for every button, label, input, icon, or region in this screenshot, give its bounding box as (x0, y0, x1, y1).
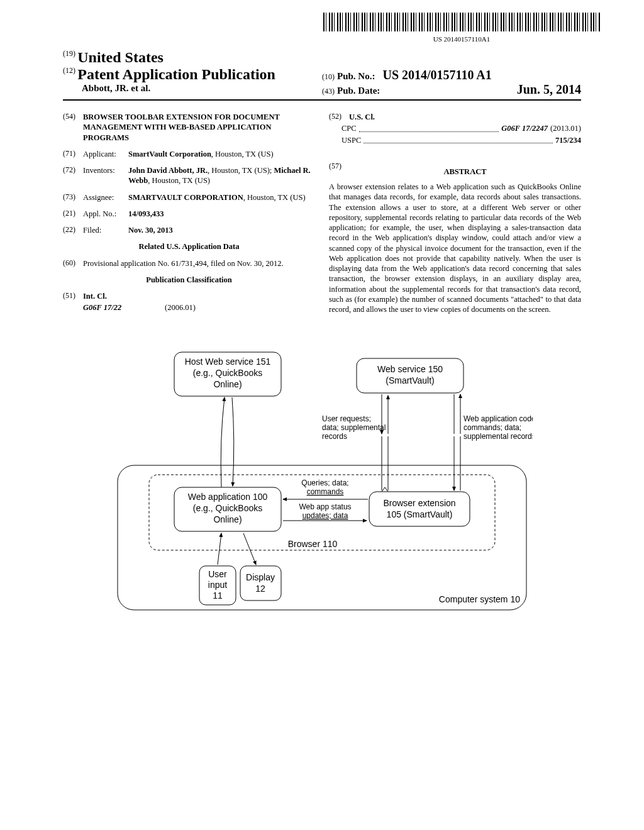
filed: Nov. 30, 2013 (128, 225, 315, 235)
uscl-label: U.S. Cl. (349, 112, 581, 122)
code-60: (60) (63, 258, 83, 268)
left-column: (54) BROWSER TOOLBAR EXTENSION FOR DOCUM… (63, 112, 315, 314)
code-21: (21) (63, 209, 83, 219)
cpc-val: G06F 17/2247 (501, 123, 548, 133)
pub-type: Patent Application Publication (77, 66, 275, 82)
code-10: (10) (322, 72, 335, 82)
provisional-text: Provisional application No. 61/731,494, … (83, 258, 315, 268)
pubno: US 2014/0157110 A1 (382, 68, 491, 82)
svg-text:Web application 100: Web application 100 (188, 492, 268, 502)
code-54: (54) (63, 112, 83, 143)
code-71: (71) (63, 149, 83, 159)
authors: Abbott, JR. et al. (63, 83, 322, 94)
svg-text:Browser extension: Browser extension (383, 498, 455, 508)
svg-text:commands; data;: commands; data; (464, 423, 521, 432)
svg-text:Host Web service 151: Host Web service 151 (185, 357, 271, 367)
related-heading: Related U.S. Application Data (63, 241, 315, 252)
dot-fill (359, 131, 499, 132)
code-72: (72) (63, 165, 83, 186)
intcl-label: Int. Cl. (83, 291, 315, 301)
body-columns: (54) BROWSER TOOLBAR EXTENSION FOR DOCUM… (63, 112, 581, 314)
applicant-label: Applicant: (83, 149, 128, 159)
intcl-year: (2006.01) (165, 302, 196, 313)
pubno-label: Pub. No.: (337, 71, 375, 82)
svg-text:Online): Online) (213, 379, 242, 389)
svg-text:(e.g., QuickBooks: (e.g., QuickBooks (193, 368, 263, 378)
abstract-heading: ABSTRACT (349, 167, 581, 177)
svg-text:User: User (208, 569, 227, 579)
code-22: (22) (63, 225, 83, 235)
abstract-body: A browser extension relates to a Web app… (329, 182, 581, 314)
filed-label: Filed: (83, 225, 128, 235)
svg-text:12: 12 (255, 584, 265, 594)
svg-text:Web app status: Web app status (299, 502, 351, 511)
svg-text:updates; data: updates; data (303, 511, 348, 520)
svg-text:Display: Display (246, 572, 275, 582)
svg-text:records: records (322, 432, 347, 441)
intcl-val: G06F 17/22 (83, 302, 165, 313)
barcode-icon (323, 13, 600, 31)
svg-text:(SmartVault): (SmartVault) (386, 375, 435, 385)
svg-text:Queries; data;: Queries; data; (301, 479, 348, 487)
code-73: (73) (63, 192, 83, 202)
code-43: (43) (322, 87, 335, 96)
svg-text:supplemental records: supplemental records (464, 432, 533, 441)
cpc-year: (2013.01) (550, 123, 581, 133)
inventors-label: Inventors: (83, 165, 128, 186)
svg-text:105 (SmartVault): 105 (SmartVault) (387, 509, 453, 519)
fig-system-label: Computer system 10 (439, 594, 520, 604)
right-column: (52) U.S. Cl. CPC G06F 17/2247 (2013.01)… (329, 112, 581, 314)
cpc-label: CPC (341, 123, 357, 133)
class-heading: Publication Classification (63, 275, 315, 285)
svg-text:User requests;: User requests; (322, 414, 371, 423)
svg-text:commands: commands (307, 487, 344, 496)
pubdate: Jun. 5, 2014 (517, 82, 581, 97)
svg-text:data; supplemental: data; supplemental (322, 423, 386, 432)
uspc-label: USPC (341, 135, 361, 145)
barcode-block: US 20140157110A1 (63, 13, 600, 44)
svg-text:input: input (208, 580, 227, 590)
applno: 14/093,433 (128, 209, 315, 219)
svg-text:Web application code;: Web application code; (464, 414, 533, 423)
svg-text:Online): Online) (213, 514, 242, 524)
assignee: SMARTVAULT CORPORATION, Houston, TX (US) (128, 192, 315, 202)
svg-text:Web service 150: Web service 150 (377, 364, 443, 374)
code-57: (57) (329, 162, 349, 182)
code-19: (19) (63, 49, 75, 58)
figure: Computer system 10 Browser 110 Host Web … (63, 346, 581, 616)
applicant: SmartVault Corporation, Houston, TX (US) (128, 149, 315, 159)
assignee-label: Assignee: (83, 192, 128, 202)
fig-browser-label: Browser 110 (288, 539, 338, 549)
code-51: (51) (63, 291, 83, 301)
invention-title: BROWSER TOOLBAR EXTENSION FOR DOCUMENT M… (83, 112, 315, 143)
uspc-val: 715/234 (555, 135, 581, 145)
code-12: (12) (63, 66, 75, 75)
applno-label: Appl. No.: (83, 209, 128, 219)
svg-text:(e.g., QuickBooks: (e.g., QuickBooks (193, 503, 263, 513)
code-52: (52) (329, 112, 349, 122)
dot-fill (364, 143, 553, 143)
pubdate-label: Pub. Date: (337, 86, 380, 96)
country: United States (77, 49, 164, 65)
barcode-text: US 20140157110A1 (323, 35, 600, 43)
header-block: (19) United States (12) Patent Applicati… (63, 49, 581, 101)
inventors: John David Abbott, JR., Houston, TX (US)… (128, 165, 315, 186)
svg-text:11: 11 (213, 590, 223, 600)
